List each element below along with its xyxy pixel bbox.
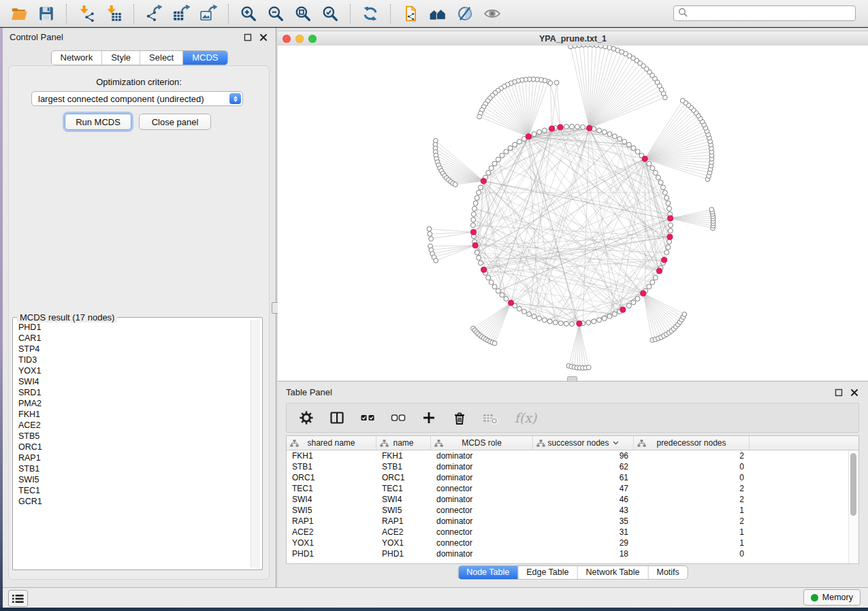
cell-name: RAP1: [376, 516, 431, 526]
memory-button[interactable]: Memory: [803, 589, 861, 606]
tab-style[interactable]: Style: [102, 51, 140, 65]
table-row[interactable]: STB1STB1dominator620: [287, 461, 858, 472]
table-row[interactable]: RAP1RAP1dominator352: [287, 516, 858, 527]
column-header-MCDS-role[interactable]: MCDS role: [431, 436, 533, 450]
delete-column-button[interactable]: [449, 408, 470, 428]
mcds-result-item[interactable]: FKH1: [18, 409, 251, 420]
mcds-result-item[interactable]: CAR1: [18, 333, 251, 344]
open-file-button[interactable]: [5, 3, 33, 24]
add-column-button[interactable]: [419, 408, 439, 428]
tab-select[interactable]: Select: [140, 51, 183, 65]
search-box: [673, 5, 856, 21]
task-history-button[interactable]: [8, 590, 28, 607]
unselect-all-columns-icon: [390, 410, 406, 426]
select-all-columns-button[interactable]: [357, 408, 378, 428]
export-network-button[interactable]: [140, 3, 167, 24]
toolbar-separator: [350, 4, 351, 23]
mcds-result-item[interactable]: PMA2: [18, 398, 251, 409]
close-panel-icon[interactable]: [259, 33, 268, 42]
cell-predecessor-nodes: 0: [634, 473, 750, 482]
table-row[interactable]: PHD1PHD1dominator180: [287, 548, 858, 559]
table-row[interactable]: SWI5SWI5connector431: [287, 505, 858, 516]
control-panel: Control Panel NetworkStyleSelectMCDS Opt…: [3, 28, 276, 587]
table-row[interactable]: YOX1YOX1connector291: [287, 538, 858, 548]
cell-name: TEC1: [376, 484, 431, 493]
table-row[interactable]: FKH1FKH1dominator962: [287, 450, 858, 461]
table-options-button[interactable]: [296, 408, 317, 428]
tab-node-table[interactable]: Node Table: [458, 566, 518, 579]
tab-motifs[interactable]: Motifs: [648, 566, 687, 579]
import-table-button[interactable]: [100, 3, 127, 24]
column-header-predecessor-nodes[interactable]: predecessor nodes: [634, 436, 750, 450]
hide-panel-button[interactable]: [479, 3, 506, 24]
cell-predecessor-nodes: 1: [634, 538, 750, 548]
mcds-result-item[interactable]: YOX1: [18, 365, 251, 376]
column-header-name[interactable]: name: [376, 436, 431, 450]
table-row[interactable]: ORC1ORC1dominator610: [287, 472, 858, 483]
column-header-successor-nodes[interactable]: successor nodes: [533, 436, 634, 450]
network-overview-button[interactable]: [424, 3, 451, 24]
optimization-criterion-select[interactable]: largest connected component (undirected): [31, 91, 243, 106]
open-file-icon: [10, 5, 28, 22]
share-document-icon: [402, 5, 419, 22]
zoom-selected-button[interactable]: [317, 3, 344, 24]
mcds-result-item[interactable]: SRD1: [18, 387, 251, 398]
table-row[interactable]: SWI4SWI4dominator462: [287, 494, 858, 505]
cell-mcds-role: dominator: [431, 549, 533, 559]
mcds-result-item[interactable]: ACE2: [18, 420, 251, 431]
mcds-result-list[interactable]: PHD1CAR1STP4TID3YOX1SWI4SRD1PMA2FKH1ACE2…: [15, 320, 251, 567]
run-mcds-button[interactable]: Run MCDS: [65, 114, 131, 130]
close-panel-button[interactable]: Close panel: [139, 114, 211, 130]
mcds-result-item[interactable]: TID3: [18, 354, 251, 365]
zoom-fit-button[interactable]: [289, 3, 317, 24]
mcds-result-item[interactable]: TEC1: [18, 485, 251, 496]
search-input[interactable]: [688, 7, 855, 20]
mcds-result-item[interactable]: SWI5: [18, 474, 251, 485]
cell-successor-nodes: 96: [533, 451, 634, 461]
table-scrollbar-thumb[interactable]: [850, 453, 856, 516]
cell-mcds-role: connector: [431, 538, 533, 548]
mcds-result-item[interactable]: ORC1: [18, 442, 251, 452]
mcds-result-item[interactable]: STB1: [18, 463, 251, 474]
network-window-titlebar[interactable]: YPA_prune.txt_1: [278, 31, 868, 46]
zoom-out-button[interactable]: [262, 3, 289, 24]
refresh-button[interactable]: [357, 3, 384, 24]
tab-network[interactable]: Network: [51, 51, 102, 65]
export-image-button[interactable]: [195, 3, 222, 24]
tab-mcds[interactable]: MCDS: [183, 51, 227, 65]
tab-network-table[interactable]: Network Table: [578, 566, 649, 579]
column-type-icon: [637, 440, 646, 447]
mcds-result-item[interactable]: SWI4: [18, 376, 251, 387]
float-panel-icon[interactable]: [243, 33, 252, 42]
table-row[interactable]: ACE2ACE2connector311: [287, 527, 858, 538]
cell-shared-name: STB1: [287, 462, 376, 472]
column-header-shared-name[interactable]: shared name: [287, 436, 376, 450]
close-panel-icon[interactable]: [850, 388, 858, 397]
mcds-result-item[interactable]: RAP1: [18, 452, 251, 463]
export-table-button[interactable]: [167, 3, 195, 24]
cell-successor-nodes: 46: [533, 495, 634, 504]
unselect-all-columns-button[interactable]: [388, 408, 408, 428]
cell-predecessor-nodes: 0: [634, 462, 750, 472]
mcds-result-item[interactable]: STP4: [18, 344, 251, 354]
network-canvas[interactable]: [278, 46, 868, 380]
mcds-result-item[interactable]: PHD1: [18, 322, 251, 333]
tab-edge-table[interactable]: Edge Table: [518, 566, 577, 579]
vizmapper-button[interactable]: [451, 3, 479, 24]
mcds-result-item[interactable]: STB5: [18, 431, 251, 442]
show-column-button[interactable]: [327, 408, 347, 428]
zoom-in-button[interactable]: [235, 3, 262, 24]
share-document-button[interactable]: [397, 3, 424, 24]
mcds-list-scrollbar[interactable]: [251, 320, 260, 567]
float-panel-icon[interactable]: [834, 388, 843, 397]
cell-predecessor-nodes: 2: [634, 495, 750, 504]
import-table-icon: [105, 5, 123, 22]
toolbar-separator: [390, 4, 391, 23]
table-scrollbar[interactable]: [848, 450, 858, 563]
import-network-button[interactable]: [73, 3, 100, 24]
table-row[interactable]: TEC1TEC1connector472: [287, 483, 858, 494]
mcds-result-item[interactable]: GCR1: [18, 496, 251, 507]
delete-table-button: [480, 408, 500, 428]
save-session-button[interactable]: [33, 3, 60, 24]
control-panel-tabs: NetworkStyleSelectMCDS: [50, 50, 227, 65]
